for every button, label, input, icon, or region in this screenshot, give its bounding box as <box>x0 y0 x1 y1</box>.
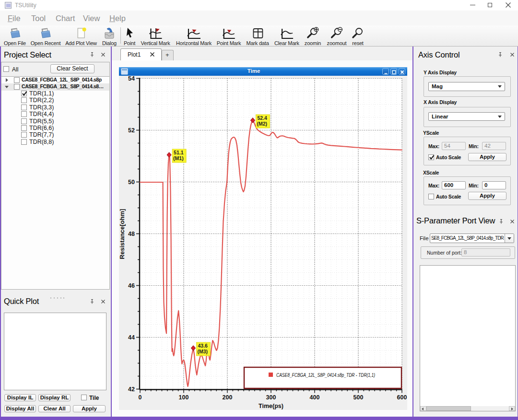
svg-text:51.1: 51.1 <box>174 150 184 155</box>
svg-text:Resistance[ohm]: Resistance[ohm] <box>119 209 126 259</box>
svg-text:(M2): (M2) <box>257 121 268 127</box>
svg-text:500: 500 <box>353 394 364 401</box>
svg-text:CASE8_FCBGA_12L_S8P_0414.s8p_T: CASE8_FCBGA_12L_S8P_0414.s8p_TDR - TDR(1… <box>276 372 375 378</box>
svg-text:600: 600 <box>397 394 407 401</box>
svg-text:200: 200 <box>223 394 233 401</box>
svg-text:(M1): (M1) <box>173 155 184 161</box>
svg-text:300: 300 <box>266 394 276 401</box>
svg-text:100: 100 <box>179 394 189 401</box>
svg-text:0: 0 <box>139 394 142 401</box>
svg-text:43.6: 43.6 <box>198 343 208 349</box>
svg-text:52: 52 <box>128 127 135 134</box>
svg-text:44: 44 <box>128 334 135 341</box>
svg-text:50: 50 <box>128 179 135 186</box>
svg-text:Time(ps): Time(ps) <box>259 403 283 409</box>
svg-text:52.4: 52.4 <box>258 115 268 121</box>
svg-text:46: 46 <box>128 282 135 289</box>
svg-text:42: 42 <box>128 386 135 393</box>
svg-text:400: 400 <box>310 394 320 401</box>
svg-text:(M3): (M3) <box>198 349 208 354</box>
svg-text:54: 54 <box>128 76 135 82</box>
svg-text:48: 48 <box>128 231 135 237</box>
